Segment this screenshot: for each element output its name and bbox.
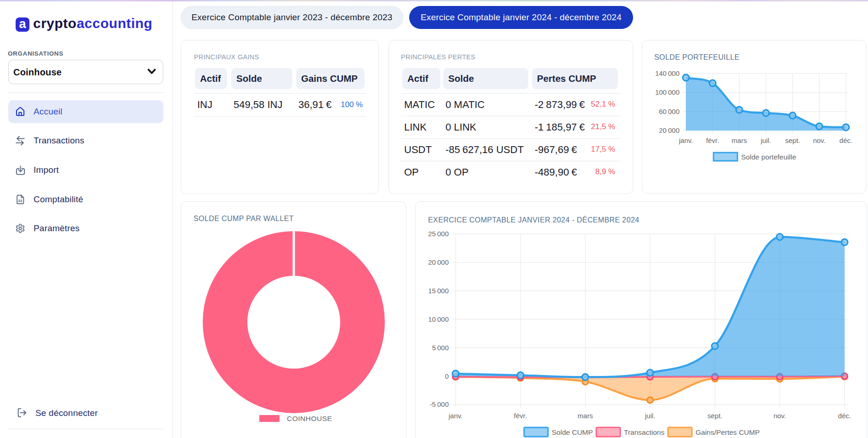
svg-text:0: 0 <box>445 372 449 380</box>
svg-text:Solde CUMP: Solde CUMP <box>552 428 593 436</box>
svg-text:Gains/Pertes CUMP: Gains/Pertes CUMP <box>696 428 760 436</box>
svg-text:5 000: 5 000 <box>432 344 449 352</box>
svg-text:20 000: 20 000 <box>659 126 680 134</box>
svg-text:-5 000: -5 000 <box>430 400 449 408</box>
svg-text:janv.: janv. <box>448 412 463 420</box>
svg-text:Solde portefeuille: Solde portefeuille <box>741 153 796 161</box>
svg-text:20 000: 20 000 <box>428 258 449 266</box>
svg-text:sept.: sept. <box>708 412 723 420</box>
svg-text:mars: mars <box>731 137 747 144</box>
svg-text:janv.: janv. <box>679 137 693 144</box>
svg-text:Transactions: Transactions <box>624 428 664 436</box>
svg-text:25 000: 25 000 <box>428 230 449 238</box>
svg-text:nov.: nov. <box>773 412 786 420</box>
svg-text:juil.: juil. <box>645 412 656 420</box>
svg-text:100 000: 100 000 <box>655 88 680 96</box>
svg-text:juil.: juil. <box>760 137 771 144</box>
svg-text:COINHOUSE: COINHOUSE <box>287 415 332 422</box>
svg-text:déc.: déc. <box>838 412 851 420</box>
svg-text:15 000: 15 000 <box>428 287 449 295</box>
svg-text:févr.: févr. <box>514 412 527 420</box>
svg-text:nov.: nov. <box>813 137 825 144</box>
svg-text:déc.: déc. <box>839 137 852 144</box>
svg-text:mars: mars <box>577 412 593 420</box>
svg-text:10 000: 10 000 <box>428 315 449 323</box>
svg-text:60 000: 60 000 <box>659 108 680 115</box>
svg-text:févr.: févr. <box>706 137 719 144</box>
svg-text:sept.: sept. <box>785 137 800 144</box>
svg-text:140 000: 140 000 <box>655 69 680 77</box>
